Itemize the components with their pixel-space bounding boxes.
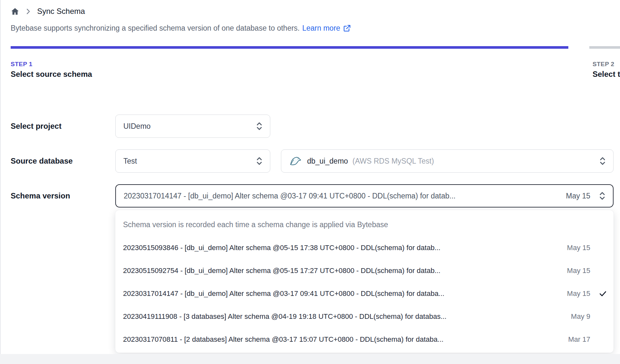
project-select-value: UIDemo [123, 122, 256, 131]
schema-version-option[interactable]: 20230419111908 - [3 databases] Alter sch… [115, 305, 614, 328]
learn-more-link[interactable]: Learn more [302, 24, 351, 33]
select-project-label: Select project [11, 122, 61, 131]
dropdown-hint: Schema version is recorded each time a s… [115, 213, 614, 236]
check-icon [590, 289, 607, 298]
chevron-up-down-icon [256, 121, 263, 131]
external-link-icon [343, 24, 351, 32]
schema-version-option[interactable]: 20230515093846 - [db_ui_demo] Alter sche… [115, 236, 614, 259]
environment-select-value: Test [123, 157, 256, 166]
page-description: Bytebase supports synchronizing a specif… [11, 24, 351, 33]
step-2-label: STEP 2 [593, 61, 615, 68]
database-select-detail: (AWS RDS MySQL Test) [353, 157, 599, 166]
environment-select[interactable]: Test [115, 149, 270, 173]
database-select-value: db_ui_demo [307, 157, 348, 166]
progress-bar-upcoming [589, 46, 620, 49]
schema-version-option-selected[interactable]: 20230317014147 - [db_ui_demo] Alter sche… [115, 282, 614, 305]
schema-version-label: Schema version [11, 191, 70, 200]
chevron-up-down-icon [599, 156, 606, 166]
schema-version-option[interactable]: 20230515092754 - [db_ui_demo] Alter sche… [115, 259, 614, 282]
step-1-label: STEP 1 [11, 61, 33, 68]
schema-version-select-date: May 15 [566, 192, 590, 200]
mysql-dolphin-icon [289, 155, 302, 167]
schema-version-select-value: 20230317014147 - [db_ui_demo] Alter sche… [124, 192, 561, 200]
schema-version-select[interactable]: 20230317014147 - [db_ui_demo] Alter sche… [115, 184, 614, 207]
page-title: Sync Schema [37, 7, 85, 16]
home-icon[interactable] [11, 7, 19, 16]
progress-bar-active [11, 46, 568, 49]
step-1-title: Select source schema [11, 70, 92, 79]
schema-version-dropdown: Schema version is recorded each time a s… [115, 210, 614, 353]
breadcrumb: Sync Schema [11, 6, 85, 17]
chevron-right-icon [26, 8, 30, 15]
chevron-up-down-icon [599, 191, 606, 201]
database-select[interactable]: db_ui_demo (AWS RDS MySQL Test) [281, 149, 614, 173]
description-text: Bytebase supports synchronizing a specif… [11, 24, 300, 33]
sync-schema-page: Sync Schema Bytebase supports synchroniz… [0, 0, 620, 364]
chevron-up-down-icon [256, 156, 263, 166]
step-2-title: Select t [593, 70, 620, 79]
source-database-label: Source database [11, 157, 73, 166]
page-bottom-band [0, 354, 620, 364]
left-edge-divider [0, 0, 1, 364]
schema-version-option[interactable]: 20230317070811 - [2 databases] Alter sch… [115, 328, 614, 351]
project-select[interactable]: UIDemo [115, 115, 270, 138]
